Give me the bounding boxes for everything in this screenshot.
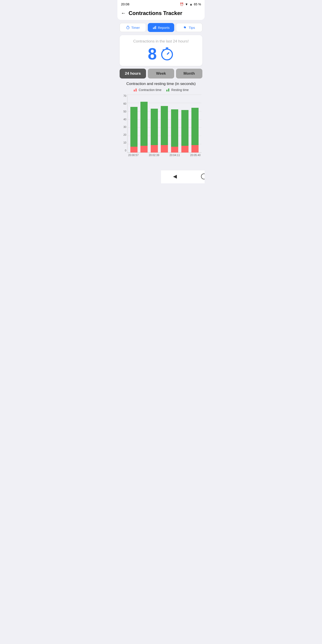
tab-timer[interactable]: Timer [120, 23, 146, 32]
y-axis: 0 10 20 30 40 50 60 70 [120, 94, 127, 153]
x-label-1 [139, 154, 149, 157]
bar-stack-6 [192, 108, 198, 152]
bar-stack-2 [151, 109, 158, 152]
bar-green-4 [171, 109, 178, 147]
bar-stack-3 [161, 106, 168, 152]
alarm-icon: ⏰ [180, 2, 184, 6]
legend-contraction: Contraction time [133, 88, 162, 92]
svg-rect-4 [153, 28, 154, 29]
bar-stack-5 [181, 110, 188, 152]
bars-row [128, 94, 202, 152]
x-label-0: 20:00:57 [128, 154, 139, 157]
bar-stack-4 [171, 109, 178, 152]
back-button[interactable]: ← [121, 10, 126, 16]
bars-wrapper [127, 94, 202, 153]
tab-reports[interactable]: Reports [148, 23, 174, 32]
app-header: ← Contractions Tracker [118, 8, 204, 20]
x-label-2: 20:02:39 [149, 154, 159, 157]
signal-icon: ▲ [190, 2, 192, 6]
svg-rect-6 [155, 26, 156, 29]
bar-stack-1 [140, 102, 148, 152]
svg-rect-12 [134, 90, 135, 92]
bar-green-6 [192, 108, 198, 145]
bar-green-5 [181, 110, 188, 146]
bar-group-5 [181, 110, 188, 152]
wifi-icon: ▼ [185, 2, 188, 6]
y-label-40: 40 [120, 118, 127, 121]
summary-title: Contractions in the last 24 hours! [124, 39, 198, 44]
bar-red-4 [171, 147, 178, 152]
legend-resting-label: Resting time [171, 88, 189, 92]
y-label-50: 50 [120, 110, 127, 113]
period-month[interactable]: Month [176, 69, 202, 78]
bar-green-1 [140, 102, 148, 146]
tab-timer-label: Timer [131, 26, 140, 30]
svg-line-3 [128, 27, 128, 28]
summary-card: Contractions in the last 24 hours! 8 [120, 35, 202, 66]
chart-container: 0 10 20 30 40 50 60 70 [120, 94, 202, 157]
y-label-10: 10 [120, 141, 127, 144]
legend-contraction-label: Contraction time [139, 88, 162, 92]
bar-red-0 [130, 147, 138, 152]
y-label-70: 70 [120, 94, 127, 97]
bar-green-2 [151, 109, 158, 145]
chart-legend: Contraction time Resting time [120, 88, 202, 92]
summary-timer-icon [160, 47, 174, 61]
period-week[interactable]: Week [148, 69, 174, 78]
chart-title: Contraction and resting time (in seconds… [120, 82, 202, 86]
bottom-nav: ◀ [161, 170, 204, 183]
reports-icon [152, 26, 156, 30]
x-labels: 20:00:57 20:02:39 20:04:11 20:05:40 [120, 153, 202, 157]
bar-group-4 [171, 109, 178, 152]
svg-line-10 [167, 52, 169, 54]
nav-back-button[interactable]: ◀ [173, 174, 177, 179]
bar-red-3 [161, 145, 168, 152]
contraction-legend-icon [133, 88, 137, 92]
bar-group-1 [140, 102, 148, 152]
status-icons: ⏰ ▼ ▲ 65 % [180, 2, 201, 6]
x-label-4: 20:04:11 [170, 154, 180, 157]
bar-group-2 [151, 109, 158, 152]
tab-bar: Timer Reports Tips [118, 20, 204, 35]
bar-group-3 [161, 106, 168, 152]
bar-red-2 [151, 145, 158, 152]
period-24h[interactable]: 24 hours [120, 69, 146, 78]
chart-area: 0 10 20 30 40 50 60 70 [120, 94, 202, 153]
svg-rect-14 [166, 90, 168, 92]
y-label-60: 60 [120, 102, 127, 105]
tab-tips-label: Tips [189, 26, 195, 30]
contraction-count: 8 [148, 46, 157, 62]
bar-group-6 [192, 108, 198, 152]
tab-reports-label: Reports [158, 26, 170, 30]
battery-display: 65 % [194, 2, 201, 6]
summary-count: 8 [124, 46, 198, 62]
period-bar: 24 hours Week Month [118, 69, 204, 82]
app-title: Contractions Tracker [128, 10, 182, 16]
bar-group-0 [130, 107, 138, 152]
bar-red-6 [192, 145, 198, 152]
tips-icon [183, 26, 188, 30]
resting-legend-icon [166, 88, 170, 92]
x-label-3 [159, 154, 170, 157]
bar-green-0 [130, 107, 138, 147]
legend-resting: Resting time [166, 88, 189, 92]
status-bar: 20:08 ⏰ ▼ ▲ 65 % [118, 0, 204, 8]
x-label-5 [180, 154, 190, 157]
svg-rect-5 [154, 26, 155, 29]
svg-rect-15 [168, 88, 169, 92]
tab-tips[interactable]: Tips [176, 23, 202, 32]
y-label-0: 0 [120, 149, 127, 152]
time-display: 20:08 [121, 2, 130, 6]
svg-rect-13 [136, 88, 137, 92]
y-label-20: 20 [120, 134, 127, 136]
bar-stack-0 [130, 107, 138, 152]
timer-icon [126, 26, 130, 30]
chart-section: Contraction and resting time (in seconds… [120, 82, 202, 157]
nav-home-button[interactable] [201, 174, 204, 179]
y-label-30: 30 [120, 126, 127, 128]
bar-red-1 [140, 146, 148, 152]
x-label-6: 20:05:40 [190, 154, 200, 157]
bar-green-3 [161, 106, 168, 145]
bar-red-5 [181, 146, 188, 152]
